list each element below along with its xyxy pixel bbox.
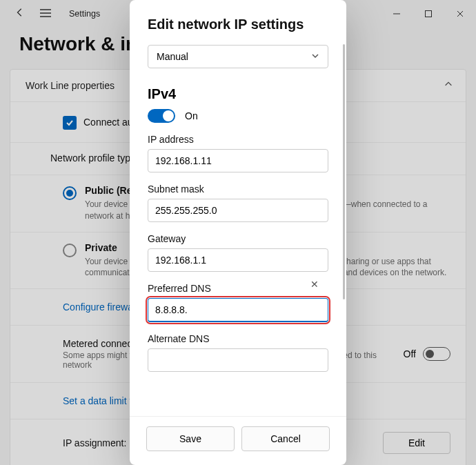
edit-ip-modal: Edit network IP settings Manual IPv4 On … [130, 0, 346, 465]
ipv4-on-label: On [185, 110, 198, 121]
clear-input-icon[interactable]: ✕ [310, 279, 319, 290]
alternate-dns-input[interactable] [148, 348, 328, 372]
mode-select[interactable]: Manual [148, 45, 328, 68]
subnet-label: Subnet mask [148, 184, 328, 195]
ipv4-heading: IPv4 [148, 86, 328, 102]
modal-title: Edit network IP settings [148, 17, 328, 32]
modal-footer: Save Cancel [130, 416, 346, 465]
mode-value: Manual [157, 51, 188, 62]
cancel-button[interactable]: Cancel [241, 426, 330, 451]
gateway-label: Gateway [148, 233, 328, 244]
save-button[interactable]: Save [146, 426, 235, 451]
gateway-input[interactable] [148, 248, 328, 272]
preferred-dns-label: Preferred DNS [148, 283, 328, 294]
subnet-input[interactable] [148, 199, 328, 222]
alternate-dns-label: Alternate DNS [148, 333, 328, 344]
chevron-down-icon [311, 51, 319, 62]
preferred-dns-input[interactable] [148, 298, 328, 322]
ipv4-toggle[interactable] [148, 109, 175, 123]
scrollbar-thumb[interactable] [343, 44, 345, 299]
ip-address-label: IP address [148, 134, 328, 145]
ip-address-input[interactable] [148, 149, 328, 172]
